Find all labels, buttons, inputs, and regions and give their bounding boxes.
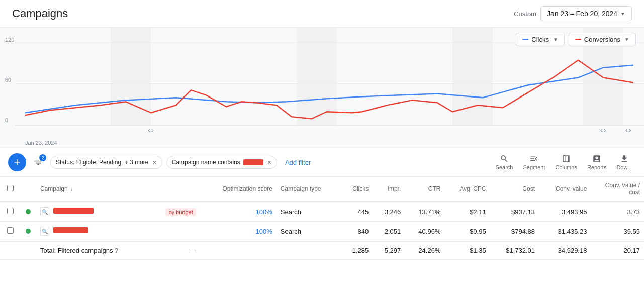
columns-label: Columns (555, 164, 577, 170)
filter-chip-campaign-close-icon[interactable]: × (267, 158, 271, 166)
header-ctr: CTR (405, 177, 444, 202)
header-status-cell (20, 177, 36, 202)
select-all-checkbox[interactable] (7, 185, 14, 191)
row2-budget-badge (149, 222, 200, 242)
total-cost: $1,732.01 (490, 241, 539, 260)
row2-status-dot (26, 229, 31, 234)
reports-label: Reports (587, 164, 607, 170)
header-conv-value-cost: Conv. value / cost (591, 177, 644, 202)
columns-icon (562, 154, 571, 163)
header-avg-cpc: Avg. CPC (444, 177, 490, 202)
row1-campaign-name[interactable]: 🔍 (36, 202, 149, 222)
total-camp-type (277, 241, 340, 260)
row1-ctr: 13.71% (405, 202, 444, 222)
conversions-legend-btn[interactable]: Conversions ▼ (569, 33, 636, 46)
header-checkbox-cell (0, 177, 20, 202)
budget-badge[interactable]: oy budget (165, 208, 196, 216)
row2-name-redacted (53, 227, 88, 233)
search-icon (500, 154, 509, 163)
chart-date-label: Jan 23, 2024 (25, 140, 57, 146)
row2-status-cell (20, 222, 36, 242)
row1-clicks: 445 (340, 202, 373, 222)
header-campaign-type: Campaign type (277, 177, 340, 202)
add-button[interactable]: + (8, 153, 26, 171)
download-label: Dow... (616, 164, 632, 170)
table-row: 🔍 100% Search 840 2,051 40.96% $0.95 $79… (0, 222, 644, 242)
row1-opt-score[interactable]: 100% (200, 202, 277, 222)
segment-icon (529, 154, 538, 163)
plus-icon: + (14, 156, 21, 169)
clicks-legend-btn[interactable]: Clicks ▼ (516, 33, 565, 46)
row2-checkbox-cell (0, 222, 20, 242)
row1-opt-link[interactable]: 100% (256, 208, 272, 216)
clicks-chevron-icon: ▼ (553, 37, 558, 42)
svg-text:⇔: ⇔ (148, 126, 154, 134)
filter-chip-status[interactable]: Status: Eligible, Pending, + 3 more × (50, 156, 162, 169)
total-conv-value: 34,929.18 (539, 241, 591, 260)
search-toolbar-btn[interactable]: Search (492, 152, 517, 172)
help-icon[interactable]: ? (115, 247, 118, 254)
total-avg-cpc: $1.35 (444, 241, 490, 260)
download-btn[interactable]: Dow... (612, 152, 636, 172)
total-label: Total: Filtered campaigns (40, 247, 113, 254)
total-checkbox-cell (0, 241, 20, 260)
reports-icon (592, 154, 601, 163)
svg-text:⇔: ⇔ (600, 126, 606, 134)
chevron-down-icon: ▼ (620, 11, 625, 17)
date-range-selector[interactable]: Jan 23 – Feb 20, 2024 ▼ (540, 6, 632, 21)
table-row: 🔍 oy budget 100% Search 445 3,246 13.71%… (0, 202, 644, 222)
conversions-legend-label: Conversions (584, 36, 620, 43)
filter-icon-btn[interactable]: 2 (30, 154, 46, 170)
row2-opt-score[interactable]: 100% (200, 222, 277, 242)
total-dash: – (149, 241, 200, 260)
total-opt (200, 241, 277, 260)
columns-btn[interactable]: Columns (551, 152, 581, 172)
row2-opt-link[interactable]: 100% (256, 228, 272, 235)
row2-conv-value-cost: 39.55 (591, 222, 644, 242)
row2-ctr: 40.96% (405, 222, 444, 242)
filter-chip-status-close-icon[interactable]: × (152, 158, 156, 166)
row1-cost: $937.13 (490, 202, 539, 222)
download-icon (620, 154, 629, 163)
custom-label: Custom (514, 10, 536, 18)
campaigns-table-container: Campaign ↓ Optimization score Campaign t… (0, 177, 644, 260)
row2-checkbox[interactable] (7, 227, 14, 234)
row1-name-redacted (53, 208, 94, 214)
total-conv-value-cost: 20.17 (591, 241, 644, 260)
clicks-legend-label: Clicks (531, 36, 549, 43)
total-clicks: 1,285 (340, 241, 373, 260)
total-ctr: 24.26% (405, 241, 444, 260)
add-filter-button[interactable]: Add filter (281, 156, 315, 169)
row1-avg-cpc: $2.11 (444, 202, 490, 222)
clicks-line-indicator (522, 39, 528, 40)
filter-chip-campaign-name[interactable]: Campaign name contains × (166, 156, 277, 169)
row1-status-dot (26, 209, 31, 214)
row1-camp-type: Search (277, 202, 340, 222)
filter-chip-status-label: Status: Eligible, Pending, + 3 more (56, 159, 148, 166)
row1-checkbox-cell (0, 202, 20, 222)
row2-cost: $794.88 (490, 222, 539, 242)
row2-campaign-name[interactable]: 🔍 (36, 222, 149, 242)
row2-camp-type: Search (277, 222, 340, 242)
svg-rect-1 (297, 28, 337, 125)
header-opt-score[interactable]: Optimization score (200, 177, 277, 202)
reports-btn[interactable]: Reports (583, 152, 611, 172)
header-conv-value: Conv. value (539, 177, 591, 202)
total-status-cell (20, 241, 36, 260)
campaigns-table: Campaign ↓ Optimization score Campaign t… (0, 177, 644, 260)
date-range-label: Jan 23 – Feb 20, 2024 (547, 10, 617, 18)
page-title: Campaigns (12, 7, 68, 20)
row1-checkbox[interactable] (7, 208, 14, 214)
campaign-search-icon: 🔍 (40, 207, 49, 216)
row1-conv-value: 3,493.95 (539, 202, 591, 222)
campaign-search-icon: 🔍 (40, 227, 49, 236)
page-header: Campaigns Custom Jan 23 – Feb 20, 2024 ▼ (0, 0, 644, 28)
row2-avg-cpc: $0.95 (444, 222, 490, 242)
segment-btn[interactable]: Segment (519, 152, 549, 172)
svg-text:⇔: ⇔ (625, 126, 631, 134)
conversions-chevron-icon: ▼ (624, 37, 629, 42)
header-clicks: Clicks (340, 177, 373, 202)
table-header-row: Campaign ↓ Optimization score Campaign t… (0, 177, 644, 202)
row1-conv-value-cost: 3.73 (591, 202, 644, 222)
header-campaign[interactable]: Campaign ↓ (36, 177, 149, 202)
